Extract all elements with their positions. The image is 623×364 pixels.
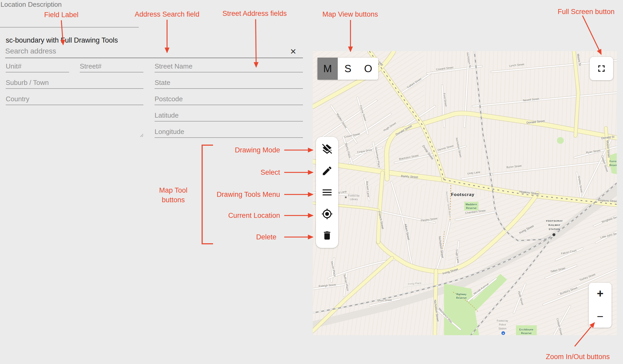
address-search-input[interactable] [5, 46, 303, 58]
map-view-button-o[interactable]: O [358, 58, 378, 80]
field-label: sc-boundary with Full Drawing Tools [6, 36, 118, 44]
fullscreen-icon [596, 63, 607, 74]
longitude-field[interactable] [155, 128, 303, 138]
annotation-field-label: Field Label [44, 11, 78, 19]
annotation-map-tool-line1: Map Tool [159, 186, 187, 195]
street-label: RAILWAY [548, 224, 561, 226]
street-label: Reserve [466, 206, 477, 210]
menu-icon [321, 186, 333, 198]
layers-off-icon [321, 143, 333, 155]
annotation-address-search: Address Search field [135, 10, 199, 18]
suburb-field[interactable] [6, 79, 143, 89]
street-name-field[interactable] [155, 62, 303, 72]
delete-button[interactable] [319, 228, 335, 243]
map-view-button-s[interactable]: S [338, 58, 358, 80]
drawing-tools-menu-button[interactable] [319, 185, 335, 200]
zoom-controls: + − [589, 283, 612, 328]
country-field[interactable] [6, 95, 143, 105]
annotation-drawing-mode: Drawing Mode [235, 146, 280, 154]
annotation-map-tool-line2: buttons [159, 195, 187, 205]
map-view-button-m[interactable]: M [317, 58, 338, 80]
map-canvas[interactable]: ★ Barkly StreetHopkins StreetHopkins Str… [313, 51, 617, 335]
street-label: Maddern [466, 203, 477, 206]
street-label: FOOTSCRAY [546, 219, 563, 222]
annotation-delete: Delete [256, 233, 276, 241]
annotation-map-tool: Map Tool buttons [159, 186, 187, 205]
street-label: Reserve [456, 296, 467, 299]
street-label: Railway [456, 293, 466, 296]
street-label: Station [498, 327, 506, 330]
street-label: STATION [549, 228, 560, 231]
state-field[interactable] [155, 79, 303, 89]
annotation-full-screen: Full Screen button [558, 8, 614, 16]
street-label: Police [499, 323, 506, 326]
street-label: Reserve [521, 332, 532, 335]
trash-icon [322, 230, 333, 241]
street-label: Ercildoune [519, 328, 533, 331]
drawing-mode-button[interactable] [319, 141, 335, 157]
pencil-icon [321, 165, 333, 177]
annotation-zoom: Zoom In/Out buttons [546, 353, 610, 361]
page: sc-boundary with Full Drawing Tools ✕ [0, 0, 623, 364]
current-location-button[interactable] [319, 206, 335, 222]
street-label: Footscray [348, 194, 360, 197]
map-view-buttons: M S O [317, 58, 378, 80]
select-button[interactable] [319, 163, 335, 179]
street-label: Reserve [609, 164, 617, 167]
railway-station-dot [553, 233, 555, 236]
annotation-current-location: Current Location [228, 212, 280, 220]
street-label: Library [350, 198, 358, 201]
crosshair-icon [321, 208, 333, 220]
street-number-field[interactable] [80, 62, 143, 72]
textarea-resize-handle[interactable] [139, 133, 143, 137]
zoom-out-button[interactable]: − [589, 306, 612, 327]
small-park [557, 137, 564, 144]
library-marker [345, 197, 347, 198]
unit-field[interactable] [6, 62, 69, 72]
annotation-street-address: Street Address fields [222, 10, 287, 18]
zoom-in-button[interactable]: + [589, 283, 612, 304]
full-screen-button[interactable] [590, 57, 613, 80]
map-tool-buttons [316, 137, 338, 248]
annotation-map-view: Map View buttons [322, 10, 378, 18]
clear-search-icon[interactable]: ✕ [290, 48, 296, 56]
street-label: Forrest [609, 160, 617, 163]
annotation-drawing-tools-menu: Drawing Tools Menu [217, 191, 280, 199]
annotation-select: Select [261, 168, 280, 177]
street-label: Footscray [497, 319, 508, 322]
police-star-icon: ★ [502, 332, 504, 335]
map[interactable]: ★ Barkly StreetHopkins StreetHopkins Str… [313, 51, 617, 335]
latitude-field[interactable] [155, 111, 303, 122]
postcode-field[interactable] [155, 95, 303, 105]
street-label: Footscray [451, 192, 474, 197]
